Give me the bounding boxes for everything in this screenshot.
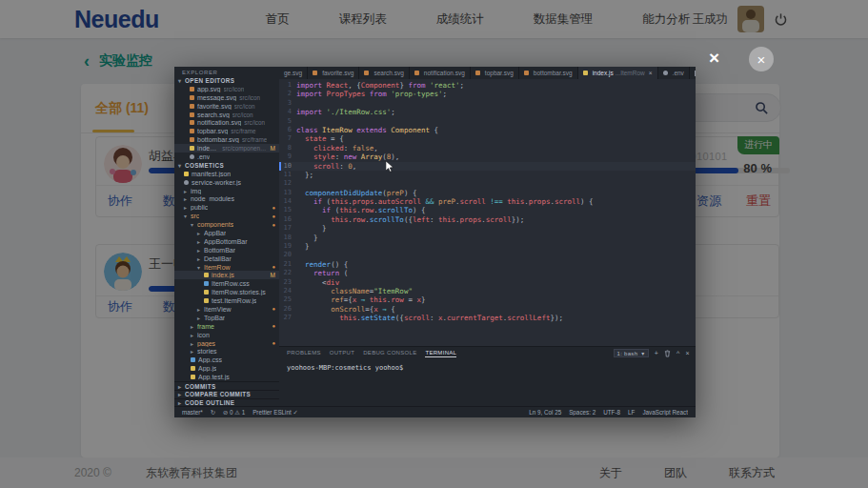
explorer-section-commits[interactable]: ▸COMMITS <box>174 381 279 390</box>
code-line-20[interactable]: 20 <box>279 251 696 259</box>
editor-tab-ge.svg[interactable]: ge.svg <box>279 67 308 79</box>
folder-frame[interactable]: ▸frame● <box>174 322 279 331</box>
code-line-10[interactable]: 10 scroll: 0, <box>279 162 696 171</box>
folder-itemrow[interactable]: ▾ItemRow● <box>174 263 279 272</box>
maximize-panel-icon[interactable]: ^ <box>676 350 680 356</box>
code-line-9[interactable]: 9 style: new Array(8), <box>279 152 696 161</box>
code-line-5[interactable]: 5 <box>279 117 696 126</box>
folder-bottombar[interactable]: ▸BottomBar <box>174 246 279 254</box>
code-line-4[interactable]: 4import './ItemRow.css'; <box>279 108 696 116</box>
editor-tab-notification.svg[interactable]: notification.svg <box>410 67 471 79</box>
shell-select[interactable]: 1: bash▾ <box>614 349 649 357</box>
folder-public[interactable]: ▸public● <box>174 203 279 212</box>
code-line-14[interactable]: 14 if (this.props.autoScroll && preP.scr… <box>279 197 696 206</box>
explorer-section-open-editors[interactable]: ▾OPEN EDITORS <box>174 76 279 85</box>
code-line-24[interactable]: 24 className="ItemRow" <box>279 287 696 295</box>
code-editor[interactable]: 1import React, {Component} from 'react';… <box>279 79 696 346</box>
file-test.itemrow.js[interactable]: test.ItemRow.js <box>174 296 279 305</box>
code-line-2[interactable]: 2import PropTypes from 'prop-types'; <box>279 90 696 98</box>
status-item[interactable]: JavaScript React <box>642 409 688 416</box>
folder-pages[interactable]: ▸pages● <box>174 339 279 348</box>
split-editor-icon[interactable] <box>695 71 696 76</box>
code-line-19[interactable]: 19 } <box>279 242 696 251</box>
file-notification.svg[interactable]: notification.svgsrc/icon <box>174 118 279 127</box>
status-item[interactable]: ↻ <box>211 409 215 416</box>
folder-detailbar[interactable]: ▸DetailBar <box>174 254 279 263</box>
close-circle-icon[interactable]: × <box>749 47 774 71</box>
status-item[interactable]: Spaces: 2 <box>569 409 595 416</box>
file-index.js[interactable]: index.jsM <box>174 271 279 279</box>
new-terminal-icon[interactable]: + <box>655 350 658 356</box>
folder-node_modules[interactable]: ▸node_modules <box>174 194 279 203</box>
file-topbar.svg[interactable]: topbar.svgsrc/frame <box>174 127 279 135</box>
folder-topbar[interactable]: ▸TopBar <box>174 314 279 322</box>
panel-tab-debug-console[interactable]: DEBUG CONSOLE <box>363 350 416 357</box>
status-item[interactable]: master* <box>182 409 203 416</box>
tree-label: bottombar.svg <box>197 136 239 143</box>
explorer-section-cosmetics[interactable]: ▾COSMETICS <box>174 161 279 170</box>
code-line-1[interactable]: 1import React, {Component} from 'react'; <box>279 81 696 90</box>
file-app.js[interactable]: App.js <box>174 364 279 373</box>
editor-tab-search.svg[interactable]: search.svg <box>359 67 409 79</box>
close-panel-icon[interactable]: × <box>686 350 690 356</box>
file-search.svg[interactable]: search.svgsrc/icon <box>174 111 279 119</box>
status-item[interactable]: UTF-8 <box>603 409 620 416</box>
file-manifest.json[interactable]: manifest.json <box>174 170 279 178</box>
code-line-26[interactable]: 26 onScroll={x ⇒ { <box>279 305 696 314</box>
panel-tab-problems[interactable]: PROBLEMS <box>287 350 321 357</box>
folder-appbottombar[interactable]: ▸AppBottomBar <box>174 237 279 246</box>
file-service-worker.js[interactable]: service-worker.js <box>174 178 279 187</box>
editor-tab-index.js[interactable]: index.js...ItemRow× <box>578 67 658 79</box>
code-line-11[interactable]: 11 }; <box>279 171 696 179</box>
code-line-8[interactable]: 8 clicked: false, <box>279 144 696 152</box>
editor-tab-bottombar.svg[interactable]: bottombar.svg <box>519 67 578 79</box>
close-icon[interactable]: × <box>709 48 719 69</box>
folder-appbar[interactable]: ▸AppBar <box>174 229 279 237</box>
folder-src[interactable]: ▾src● <box>174 212 279 220</box>
terminal-prompt[interactable]: yoohoos-MBP:cosmetics yoohoo$ <box>279 359 696 372</box>
code-line-12[interactable]: 12 <box>279 179 696 188</box>
file-app.css[interactable]: App.css <box>174 356 279 364</box>
code-line-16[interactable]: 16 this.row.scrollTo({left: this.props.s… <box>279 215 696 224</box>
file-bottombar.svg[interactable]: bottombar.svgsrc/frame <box>174 135 279 144</box>
code-line-3[interactable]: 3 <box>279 99 696 108</box>
code-line-27[interactable]: 27 this.setState({scroll: x.currentTarge… <box>279 314 696 322</box>
file-app.test.js[interactable]: App.test.js <box>174 373 279 381</box>
file-index.js[interactable]: index.jssrc/components..M <box>174 144 279 152</box>
editor-tab-topbar.svg[interactable]: topbar.svg <box>471 67 519 79</box>
kill-terminal-icon[interactable] <box>664 350 671 357</box>
status-item[interactable]: ⊘ 0 ⚠ 1 <box>223 409 245 416</box>
code-line-6[interactable]: 6class ItemRow extends Component { <box>279 126 696 134</box>
folder-stories[interactable]: ▸stories <box>174 348 279 356</box>
panel-tab-terminal[interactable]: TERMINAL <box>425 350 456 357</box>
editor-tab-.env[interactable]: .env <box>658 67 690 79</box>
status-item[interactable]: Prettier ESLint ✓ <box>252 409 298 416</box>
file-favorite.svg[interactable]: favorite.svgsrc/icon <box>174 102 279 111</box>
code-line-18[interactable]: 18 } <box>279 234 696 242</box>
file-message.svg[interactable]: message.svgsrc/icon <box>174 93 279 102</box>
code-line-15[interactable]: 15 if (this.row.scrollTo) { <box>279 206 696 214</box>
editor-tab-favorite.svg[interactable]: favorite.svg <box>308 67 359 79</box>
code-line-25[interactable]: 25 ref={x ⇒ this.row = x} <box>279 295 696 304</box>
code-line-22[interactable]: 22 return ( <box>279 269 696 277</box>
chevron-icon: ▸ <box>184 204 191 211</box>
folder-itemview[interactable]: ▸ItemView● <box>174 305 279 314</box>
file-itemrow.stories.js[interactable]: ItemRow.stories.js <box>174 288 279 296</box>
file-app.svg[interactable]: app.svgsrc/icon <box>174 85 279 93</box>
code-line-7[interactable]: 7 state = { <box>279 134 696 143</box>
folder-img[interactable]: ▸img <box>174 187 279 195</box>
explorer-section-compare-commits[interactable]: ▸COMPARE COMMITS <box>174 390 279 398</box>
file-itemrow.css[interactable]: ItemRow.css <box>174 279 279 288</box>
folder-components[interactable]: ▾components● <box>174 220 279 229</box>
explorer-section-code-outline[interactable]: ▸CODE OUTLINE <box>174 398 279 406</box>
code-line-23[interactable]: 23 <div <box>279 278 696 287</box>
file-.env[interactable]: .env <box>174 152 279 161</box>
status-item[interactable]: LF <box>628 409 635 416</box>
status-item[interactable]: Ln 9, Col 25 <box>529 409 561 416</box>
code-line-17[interactable]: 17 } <box>279 224 696 233</box>
panel-tab-output[interactable]: OUTPUT <box>330 350 354 357</box>
code-line-13[interactable]: 13 componentDidUpdate(preP) { <box>279 189 696 197</box>
folder-icon[interactable]: ▸icon <box>174 331 279 339</box>
close-tab-icon[interactable]: × <box>649 70 653 76</box>
code-line-21[interactable]: 21 render() { <box>279 260 696 269</box>
